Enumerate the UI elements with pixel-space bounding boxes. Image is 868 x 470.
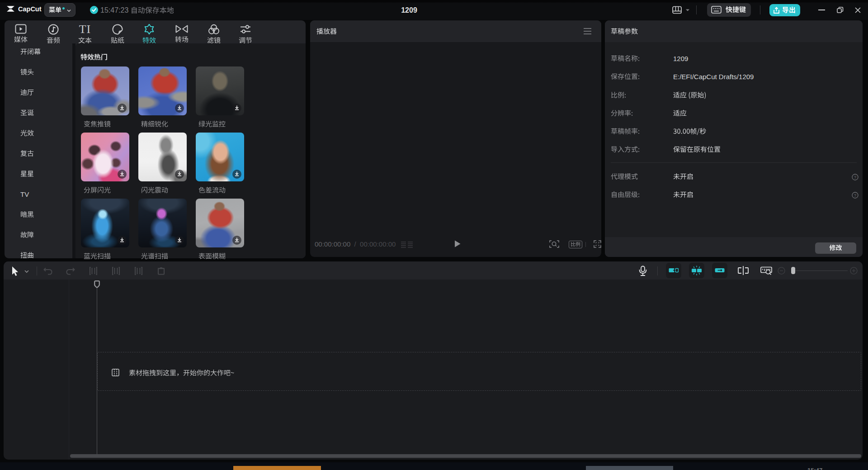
svg-text:?: ? — [854, 193, 856, 198]
svg-text:?: ? — [854, 175, 856, 180]
